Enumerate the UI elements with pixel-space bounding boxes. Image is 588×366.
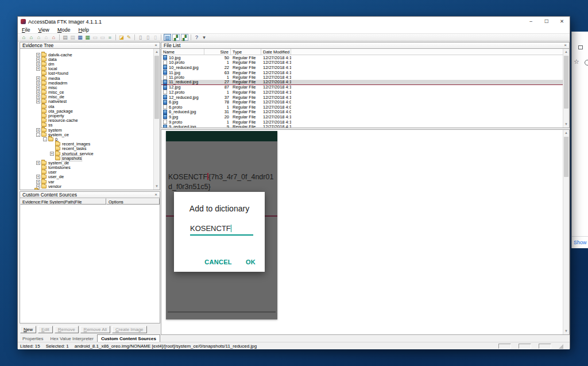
file-row[interactable]: 12.proto 1 Regular File 12/27/2018 4:1..… (161, 90, 563, 95)
tree-expander-icon[interactable]: + (36, 62, 40, 66)
evidence-tree-close-icon[interactable]: × (154, 43, 157, 48)
remove-button[interactable]: Remove (55, 326, 79, 333)
resize-grip[interactable] (559, 344, 563, 349)
menu-view[interactable]: View (34, 26, 53, 33)
new-document-icon[interactable]: ▯ (137, 34, 144, 41)
file-list-header[interactable]: Name Size Type Date Modified (161, 49, 569, 55)
remove-all-button[interactable]: Remove All (80, 326, 110, 333)
tree-expander-icon[interactable]: + (36, 90, 40, 94)
custom-content-close-icon[interactable]: × (154, 192, 157, 198)
tree-expander-icon[interactable]: + (36, 175, 40, 179)
menu-file[interactable]: File (18, 26, 34, 33)
tree-expander-icon[interactable]: + (36, 99, 40, 103)
scroll-down-icon[interactable]: ▼ (154, 183, 160, 190)
copy-document-icon[interactable]: ▯ (144, 34, 152, 41)
minimize-button[interactable]: – (523, 17, 539, 26)
file-row[interactable]: 6.jpg 78 Regular File 12/27/2018 4:0... (161, 99, 563, 105)
file-row[interactable]: 12_reduced.jpg 37 Regular File 12/27/201… (161, 95, 563, 100)
scroll-down-icon[interactable]: ▼ (563, 121, 569, 128)
scroll-up-icon[interactable]: ▲ (154, 49, 160, 55)
preview-scrollbar[interactable]: ▲ ▼ (563, 130, 569, 334)
column-header-name[interactable]: Name (161, 49, 204, 55)
verify-drive-image-icon[interactable]: = (106, 34, 114, 41)
file-row[interactable]: 12.jpg 87 Regular File 12/27/2018 4:1... (161, 85, 563, 90)
obtain-protected-files-icon[interactable]: ▦ (84, 34, 91, 41)
scroll-down-icon[interactable]: ▼ (563, 328, 569, 334)
toolbar-overflow-icon[interactable]: ▾ (200, 34, 208, 41)
ccs-column-options[interactable]: Options (106, 198, 160, 205)
file-row[interactable]: 11.jpg 63 Regular File 12/27/2018 4:1... (161, 70, 563, 75)
show-all-button[interactable]: Show all (572, 236, 588, 248)
create-image-button[interactable]: Create Image (112, 326, 146, 333)
scrollbar-thumb[interactable] (154, 56, 159, 119)
file-row[interactable]: 11_reduced.jpg 27 Regular File 12/27/201… (161, 80, 563, 85)
export-disk-image-icon[interactable]: ▤ (69, 34, 76, 41)
tree-expander-icon[interactable]: - (43, 137, 47, 141)
auto-fit-view-icon[interactable]: ▤ (164, 34, 171, 41)
tree-item--unallocated-space-[interactable]: [unallocated space] (20, 188, 160, 190)
evidence-tree-scrollbar[interactable]: ▲ ▼ (153, 49, 160, 190)
tree-expander-icon[interactable]: + (36, 95, 40, 99)
help-icon[interactable]: ? (193, 34, 200, 41)
scroll-up-icon[interactable]: ▲ (563, 130, 569, 136)
file-row[interactable]: 10_reduced.jpg 22 Regular File 12/27/201… (161, 65, 563, 70)
column-header-date[interactable]: Date Modified (261, 49, 291, 55)
tree-expander-icon[interactable]: + (36, 57, 40, 61)
create-disk-image-icon[interactable]: ▤ (61, 34, 69, 41)
scrollbar-thumb[interactable] (564, 137, 568, 177)
add-all-attached-devices-icon[interactable]: ⌂ (28, 34, 35, 41)
menu-mode[interactable]: Mode (53, 26, 75, 33)
tree-expander-icon[interactable]: + (36, 67, 40, 71)
export-logical-image-icon[interactable]: ▭ (99, 34, 106, 41)
file-row[interactable]: 9.jpg 20 Regular File 12/27/2018 4:1... (161, 114, 563, 120)
ccs-column-evidence[interactable]: Evidence:File System|Path|File (20, 198, 106, 205)
browser-restore-icon[interactable] (578, 45, 583, 49)
bookmark-star-icon[interactable]: ☆ (574, 58, 579, 66)
image-mounting-icon[interactable]: ⌂ (35, 34, 42, 41)
cancel-button[interactable]: CANCEL (204, 259, 232, 265)
tree-expander-icon[interactable]: + (36, 81, 40, 85)
hex-view-icon[interactable]: ▞ (181, 34, 188, 41)
file-row[interactable]: 10.jpg 50 Regular File 12/27/2018 4:1... (161, 55, 563, 60)
file-row[interactable]: 9_reduced.jpg 9 Regular File 12/27/2018 … (161, 124, 563, 128)
tree-expander-icon[interactable]: + (36, 76, 40, 80)
tree-item-shortcut-service[interactable]: + shortcut_service (20, 151, 160, 156)
tree-expander-icon[interactable]: + (36, 53, 40, 57)
remove-evidence-item-icon[interactable]: ⌂ (42, 34, 50, 41)
tree-expander-icon[interactable]: + (36, 128, 40, 132)
file-row[interactable]: 10.proto 1 Regular File 12/27/2018 4:1..… (161, 60, 563, 66)
file-row[interactable]: 6_reduced.jpg 31 Regular File 12/27/2018… (161, 110, 563, 115)
menu-help[interactable]: Help (74, 26, 93, 33)
tree-expander-icon[interactable]: - (36, 133, 40, 137)
export-file-hash-list-icon[interactable]: ✎ (125, 34, 133, 41)
title-bar[interactable]: AccessData FTK Imager 4.1.1.1 – ☐ ✕ (18, 17, 570, 26)
file-row[interactable]: 9.proto 1 Regular File 12/27/2018 4:1... (161, 120, 563, 125)
ok-button[interactable]: OK (246, 259, 256, 265)
scrollbar-thumb[interactable] (564, 56, 568, 109)
tree-expander-icon[interactable]: + (50, 152, 54, 156)
tree-expander-icon[interactable]: + (36, 161, 40, 165)
new-button[interactable]: New (20, 326, 36, 333)
dictionary-word-input[interactable]: KOSENCTF (190, 224, 253, 236)
paste-document-icon[interactable]: ▯ (152, 34, 159, 41)
text-view-icon[interactable]: ▞ (172, 34, 180, 41)
tree-expander-icon[interactable]: + (36, 180, 40, 184)
tree-item-vendor[interactable]: + vendor (20, 184, 160, 188)
maximize-button[interactable]: ☐ (539, 17, 554, 26)
file-list-scrollbar[interactable]: ▲ ▼ (563, 49, 569, 128)
decrypt-ad1-image-icon[interactable]: ▭ (91, 34, 99, 41)
column-header-size[interactable]: Size (204, 49, 231, 55)
remove-all-evidence-items-icon[interactable]: ⌂ (50, 34, 57, 41)
edit-button[interactable]: Edit (38, 326, 53, 333)
tree-item-recent-images[interactable]: recent_images (20, 142, 160, 147)
file-list-close-icon[interactable]: × (564, 43, 567, 48)
export-files-icon[interactable]: ◪ (118, 34, 125, 41)
column-header-type[interactable]: Type (231, 49, 261, 55)
tree-expander-icon[interactable]: + (36, 86, 40, 90)
capture-memory-icon[interactable]: ▦ (76, 34, 84, 41)
tree-item-system-ce[interactable]: - system_ce (20, 132, 160, 137)
file-row[interactable]: 6.proto 1 Regular File 12/27/2018 4:0... (161, 105, 563, 110)
scroll-up-icon[interactable]: ▲ (563, 49, 569, 55)
tab-custom-content-sources[interactable]: Custom Content Sources (97, 334, 160, 342)
close-button[interactable]: ✕ (554, 17, 570, 26)
